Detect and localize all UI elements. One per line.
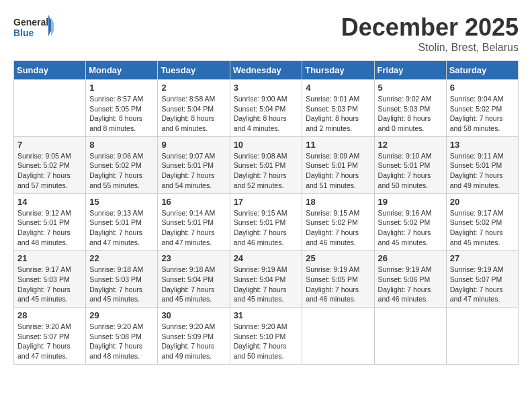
calendar-day-cell: 29Sunrise: 9:20 AMSunset: 5:08 PMDayligh… xyxy=(86,308,158,365)
day-info: Sunrise: 9:05 AMSunset: 5:02 PMDaylight:… xyxy=(17,151,82,191)
day-number: 15 xyxy=(89,197,154,207)
calendar-day-cell: 16Sunrise: 9:14 AMSunset: 5:01 PMDayligh… xyxy=(158,193,230,250)
day-info: Sunrise: 9:09 AMSunset: 5:01 PMDaylight:… xyxy=(306,151,370,191)
day-info: Sunrise: 9:01 AMSunset: 5:03 PMDaylight:… xyxy=(306,94,370,134)
svg-marker-3 xyxy=(51,17,54,36)
day-number: 28 xyxy=(17,310,82,320)
calendar-day-cell: 2Sunrise: 8:58 AMSunset: 5:04 PMDaylight… xyxy=(158,80,230,137)
calendar-day-cell: 8Sunrise: 9:06 AMSunset: 5:02 PMDaylight… xyxy=(86,136,158,193)
calendar-week-row: 7Sunrise: 9:05 AMSunset: 5:02 PMDaylight… xyxy=(14,136,519,193)
day-info: Sunrise: 9:18 AMSunset: 5:04 PMDaylight:… xyxy=(161,265,226,304)
calendar-day-cell: 22Sunrise: 9:18 AMSunset: 5:03 PMDayligh… xyxy=(86,250,158,308)
day-info: Sunrise: 9:16 AMSunset: 5:02 PMDaylight:… xyxy=(378,208,443,248)
logo-icon: General Blue xyxy=(13,13,54,43)
day-number: 12 xyxy=(378,140,443,150)
calendar-day-cell: 3Sunrise: 9:00 AMSunset: 5:04 PMDaylight… xyxy=(230,80,302,137)
day-info: Sunrise: 9:07 AMSunset: 5:01 PMDaylight:… xyxy=(161,151,226,191)
weekday-header: Saturday xyxy=(446,61,518,80)
day-number: 8 xyxy=(89,140,154,150)
calendar-day-cell: 7Sunrise: 9:05 AMSunset: 5:02 PMDaylight… xyxy=(14,136,86,193)
day-number: 16 xyxy=(161,197,226,207)
day-number: 4 xyxy=(306,83,370,93)
day-info: Sunrise: 9:17 AMSunset: 5:02 PMDaylight:… xyxy=(450,208,515,248)
day-number: 18 xyxy=(306,197,370,207)
weekday-header: Wednesday xyxy=(230,61,302,80)
day-info: Sunrise: 8:58 AMSunset: 5:04 PMDaylight:… xyxy=(161,94,226,134)
calendar-week-row: 21Sunrise: 9:17 AMSunset: 5:03 PMDayligh… xyxy=(14,250,519,308)
weekday-header: Thursday xyxy=(302,61,374,80)
calendar-day-cell: 31Sunrise: 9:20 AMSunset: 5:10 PMDayligh… xyxy=(230,308,302,365)
day-number: 11 xyxy=(306,140,370,150)
day-info: Sunrise: 9:19 AMSunset: 5:05 PMDaylight:… xyxy=(306,265,370,304)
title-section: December 2025 Stolin, Brest, Belarus xyxy=(341,13,519,54)
calendar-day-cell: 18Sunrise: 9:15 AMSunset: 5:02 PMDayligh… xyxy=(302,193,374,250)
day-number: 14 xyxy=(17,197,82,207)
day-info: Sunrise: 9:14 AMSunset: 5:01 PMDaylight:… xyxy=(161,208,226,248)
calendar-day-cell: 5Sunrise: 9:02 AMSunset: 5:03 PMDaylight… xyxy=(374,80,446,137)
calendar-week-row: 1Sunrise: 8:57 AMSunset: 5:05 PMDaylight… xyxy=(14,80,519,137)
month-title: December 2025 xyxy=(341,13,519,42)
calendar-day-cell: 26Sunrise: 9:19 AMSunset: 5:06 PMDayligh… xyxy=(374,250,446,308)
calendar-header-row: SundayMondayTuesdayWednesdayThursdayFrid… xyxy=(14,61,519,80)
day-number: 27 xyxy=(450,253,515,263)
day-number: 20 xyxy=(450,197,515,207)
calendar-day-cell: 30Sunrise: 9:20 AMSunset: 5:09 PMDayligh… xyxy=(158,308,230,365)
day-info: Sunrise: 9:20 AMSunset: 5:09 PMDaylight:… xyxy=(161,322,226,361)
calendar-day-cell: 12Sunrise: 9:10 AMSunset: 5:01 PMDayligh… xyxy=(374,136,446,193)
day-info: Sunrise: 9:20 AMSunset: 5:08 PMDaylight:… xyxy=(89,322,154,361)
svg-text:General: General xyxy=(13,17,48,28)
day-number: 13 xyxy=(450,140,515,150)
calendar-day-cell xyxy=(374,308,446,365)
calendar-day-cell xyxy=(302,308,374,365)
day-info: Sunrise: 9:12 AMSunset: 5:01 PMDaylight:… xyxy=(17,208,82,248)
day-number: 10 xyxy=(234,140,299,150)
day-number: 30 xyxy=(161,310,226,320)
day-number: 7 xyxy=(17,140,82,150)
day-number: 26 xyxy=(378,253,443,263)
page-header: General Blue December 2025 Stolin, Brest… xyxy=(13,13,519,54)
calendar-day-cell: 21Sunrise: 9:17 AMSunset: 5:03 PMDayligh… xyxy=(14,250,86,308)
day-number: 6 xyxy=(450,83,515,93)
day-number: 25 xyxy=(306,253,370,263)
day-info: Sunrise: 9:02 AMSunset: 5:03 PMDaylight:… xyxy=(378,94,443,134)
day-info: Sunrise: 9:06 AMSunset: 5:02 PMDaylight:… xyxy=(89,151,154,191)
day-info: Sunrise: 9:10 AMSunset: 5:01 PMDaylight:… xyxy=(378,151,443,191)
day-number: 1 xyxy=(89,83,154,93)
day-number: 22 xyxy=(89,253,154,263)
day-info: Sunrise: 8:57 AMSunset: 5:05 PMDaylight:… xyxy=(89,94,154,134)
day-info: Sunrise: 9:15 AMSunset: 5:02 PMDaylight:… xyxy=(306,208,370,248)
svg-text:Blue: Blue xyxy=(13,28,34,38)
calendar-day-cell: 13Sunrise: 9:11 AMSunset: 5:01 PMDayligh… xyxy=(446,136,518,193)
calendar-day-cell: 1Sunrise: 8:57 AMSunset: 5:05 PMDaylight… xyxy=(86,80,158,137)
weekday-header: Monday xyxy=(86,61,158,80)
calendar-day-cell: 14Sunrise: 9:12 AMSunset: 5:01 PMDayligh… xyxy=(14,193,86,250)
calendar-week-row: 28Sunrise: 9:20 AMSunset: 5:07 PMDayligh… xyxy=(14,308,519,365)
calendar-day-cell xyxy=(446,308,518,365)
day-info: Sunrise: 9:19 AMSunset: 5:07 PMDaylight:… xyxy=(450,265,515,304)
calendar-day-cell: 19Sunrise: 9:16 AMSunset: 5:02 PMDayligh… xyxy=(374,193,446,250)
location-subtitle: Stolin, Brest, Belarus xyxy=(341,42,519,54)
calendar-day-cell: 28Sunrise: 9:20 AMSunset: 5:07 PMDayligh… xyxy=(14,308,86,365)
calendar-day-cell: 4Sunrise: 9:01 AMSunset: 5:03 PMDaylight… xyxy=(302,80,374,137)
day-info: Sunrise: 9:04 AMSunset: 5:02 PMDaylight:… xyxy=(450,94,515,134)
calendar-day-cell: 20Sunrise: 9:17 AMSunset: 5:02 PMDayligh… xyxy=(446,193,518,250)
weekday-header: Friday xyxy=(374,61,446,80)
calendar-day-cell: 23Sunrise: 9:18 AMSunset: 5:04 PMDayligh… xyxy=(158,250,230,308)
calendar-day-cell: 11Sunrise: 9:09 AMSunset: 5:01 PMDayligh… xyxy=(302,136,374,193)
day-info: Sunrise: 9:20 AMSunset: 5:10 PMDaylight:… xyxy=(234,322,299,361)
day-number: 31 xyxy=(234,310,299,320)
calendar-day-cell: 15Sunrise: 9:13 AMSunset: 5:01 PMDayligh… xyxy=(86,193,158,250)
day-info: Sunrise: 9:08 AMSunset: 5:01 PMDaylight:… xyxy=(234,151,299,191)
day-number: 17 xyxy=(234,197,299,207)
day-info: Sunrise: 9:19 AMSunset: 5:06 PMDaylight:… xyxy=(378,265,443,304)
calendar-day-cell: 9Sunrise: 9:07 AMSunset: 5:01 PMDaylight… xyxy=(158,136,230,193)
calendar-day-cell: 24Sunrise: 9:19 AMSunset: 5:04 PMDayligh… xyxy=(230,250,302,308)
calendar-day-cell: 27Sunrise: 9:19 AMSunset: 5:07 PMDayligh… xyxy=(446,250,518,308)
day-number: 5 xyxy=(378,83,443,93)
calendar-day-cell xyxy=(14,80,86,137)
day-number: 29 xyxy=(89,310,154,320)
day-info: Sunrise: 9:11 AMSunset: 5:01 PMDaylight:… xyxy=(450,151,515,191)
day-info: Sunrise: 9:15 AMSunset: 5:01 PMDaylight:… xyxy=(234,208,299,248)
day-number: 3 xyxy=(234,83,299,93)
calendar-week-row: 14Sunrise: 9:12 AMSunset: 5:01 PMDayligh… xyxy=(14,193,519,250)
